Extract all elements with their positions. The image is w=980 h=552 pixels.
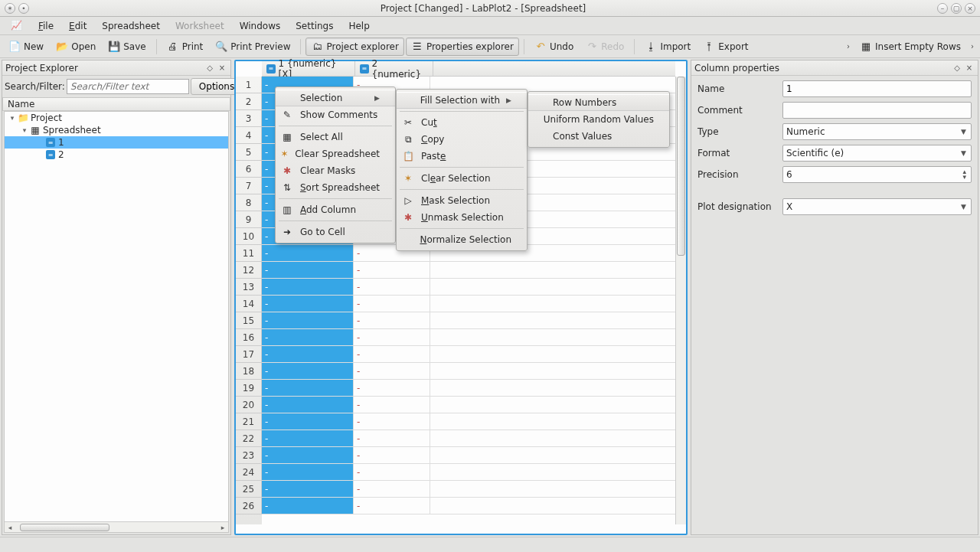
mi-unmask-selection[interactable]: ✱Unmask Selection bbox=[397, 209, 527, 226]
row-header[interactable]: 19 bbox=[236, 380, 262, 397]
prop-comment-input[interactable] bbox=[782, 102, 972, 119]
row-header[interactable]: 14 bbox=[236, 296, 262, 312]
prop-plot-select[interactable]: X▼ bbox=[782, 198, 972, 215]
row-header[interactable]: 12 bbox=[236, 262, 262, 279]
row-header[interactable]: 23 bbox=[236, 447, 262, 464]
app-icon[interactable]: 📈 bbox=[3, 18, 31, 34]
row-header[interactable]: 6 bbox=[236, 161, 262, 178]
maximize-button[interactable]: ▢ bbox=[951, 3, 962, 14]
row-header[interactable]: 11 bbox=[236, 245, 262, 262]
row-header[interactable]: 22 bbox=[236, 430, 262, 447]
table-row[interactable]: -- bbox=[262, 296, 675, 312]
export-button[interactable]: ⭱Export bbox=[697, 38, 753, 56]
row-header[interactable]: 16 bbox=[236, 329, 262, 346]
minimize-button[interactable]: – bbox=[937, 3, 948, 14]
search-filter-input[interactable] bbox=[67, 79, 189, 94]
table-row[interactable]: -- bbox=[262, 464, 675, 481]
undo-button[interactable]: ↶Undo bbox=[529, 38, 579, 56]
mi-sort-spreadsheet[interactable]: ⇅Sort Spreadsheet bbox=[276, 179, 395, 196]
row-header[interactable]: 24 bbox=[236, 464, 262, 481]
row-header[interactable]: 20 bbox=[236, 397, 262, 413]
project-tree[interactable]: ▾📁Project ▾▦Spreadsheet ≡1 ≡2 ◂▸ bbox=[4, 111, 229, 533]
row-header[interactable]: 1 bbox=[236, 77, 262, 93]
toolbar-overflow-icon[interactable]: › bbox=[844, 42, 853, 51]
row-header[interactable]: 13 bbox=[236, 279, 262, 296]
table-row[interactable]: -- bbox=[262, 413, 675, 430]
mi-row-numbers[interactable]: Row Numbers bbox=[528, 94, 669, 111]
mi-normalize[interactable]: Normalize Selection bbox=[397, 231, 527, 248]
mi-clear-masks[interactable]: ✱Clear Masks bbox=[276, 162, 395, 179]
tree-item-column-2[interactable]: ≡2 bbox=[5, 149, 228, 161]
mi-clear-spreadsheet[interactable]: ✶Clear Spreadsheet bbox=[276, 145, 395, 162]
menu-edit[interactable]: Edit bbox=[61, 18, 94, 34]
prop-format-select[interactable]: Scientific (e)▼ bbox=[782, 145, 972, 162]
table-row[interactable]: -- bbox=[262, 430, 675, 447]
mi-selection[interactable]: Selection▶ bbox=[276, 90, 395, 106]
menu-spreadsheet[interactable]: Spreadsheet bbox=[94, 18, 168, 34]
app-menu-icon[interactable]: ✶ bbox=[5, 3, 15, 14]
row-header[interactable]: 4 bbox=[236, 127, 262, 144]
table-row[interactable]: -- bbox=[262, 481, 675, 498]
mi-show-comments[interactable]: ✎Show Comments bbox=[276, 106, 395, 123]
row-header[interactable]: 3 bbox=[236, 110, 262, 127]
row-header[interactable]: 2 bbox=[236, 93, 262, 110]
dock-close-icon[interactable]: × bbox=[217, 63, 227, 73]
row-header[interactable]: 5 bbox=[236, 144, 262, 161]
row-header[interactable]: 18 bbox=[236, 363, 262, 380]
menu-file[interactable]: File bbox=[31, 18, 61, 34]
table-row[interactable]: -- bbox=[262, 329, 675, 346]
table-row[interactable]: -- bbox=[262, 262, 675, 279]
menu-settings[interactable]: Settings bbox=[288, 18, 341, 34]
save-button[interactable]: 💾Save bbox=[103, 38, 151, 56]
column-header-2[interactable]: ≡2 {numeric} bbox=[355, 61, 433, 76]
import-button[interactable]: ⭳Import bbox=[639, 38, 696, 56]
row-header[interactable]: 10 bbox=[236, 228, 262, 245]
project-explorer-toggle[interactable]: 🗂Project explorer bbox=[305, 38, 403, 56]
dock-float-icon[interactable]: ◇ bbox=[204, 63, 215, 73]
table-row[interactable]: -- bbox=[262, 279, 675, 296]
print-preview-button[interactable]: 🔍Print Preview bbox=[210, 38, 296, 56]
tree-item-column-1[interactable]: ≡1 bbox=[5, 136, 228, 149]
grid-vscrollbar[interactable] bbox=[675, 77, 686, 524]
row-header[interactable]: 9 bbox=[236, 211, 262, 228]
table-row[interactable]: -- bbox=[262, 498, 675, 514]
toolbar-overflow-icon-2[interactable]: › bbox=[968, 42, 977, 51]
row-header[interactable]: 8 bbox=[236, 194, 262, 211]
tree-header-name[interactable]: Name bbox=[2, 97, 230, 111]
column-header-1[interactable]: ≡1 {numeric} [X] bbox=[262, 61, 355, 76]
table-row[interactable]: -- bbox=[262, 312, 675, 329]
row-header[interactable]: 17 bbox=[236, 346, 262, 363]
print-button[interactable]: 🖨Print bbox=[162, 38, 209, 56]
menu-help[interactable]: Help bbox=[341, 18, 377, 34]
close-button[interactable]: × bbox=[965, 3, 975, 14]
table-row[interactable]: -- bbox=[262, 363, 675, 380]
table-row[interactable]: -- bbox=[262, 380, 675, 397]
mi-fill-selection[interactable]: Fill Selection with▶ bbox=[397, 92, 527, 109]
row-header[interactable]: 21 bbox=[236, 413, 262, 430]
mi-cut[interactable]: ✂Cut bbox=[397, 114, 527, 131]
table-row[interactable]: -- bbox=[262, 447, 675, 464]
row-header[interactable]: 15 bbox=[236, 312, 262, 329]
mi-go-to-cell[interactable]: ➜Go to Cell bbox=[276, 224, 395, 240]
mi-paste[interactable]: 📋Paste bbox=[397, 148, 527, 165]
dock-float-icon[interactable]: ◇ bbox=[952, 63, 962, 73]
mi-select-all[interactable]: ▦Select All bbox=[276, 129, 395, 145]
new-button[interactable]: 📄New bbox=[3, 38, 49, 56]
mi-const-values[interactable]: Const Values bbox=[528, 128, 669, 145]
properties-explorer-toggle[interactable]: ☰Properties explorer bbox=[406, 38, 519, 56]
dock-close-icon[interactable]: × bbox=[964, 63, 975, 73]
mi-add-column[interactable]: ▥Add Column bbox=[276, 201, 395, 218]
prop-name-input[interactable] bbox=[782, 80, 972, 97]
row-header[interactable]: 25 bbox=[236, 481, 262, 498]
pin-icon[interactable]: • bbox=[18, 3, 29, 14]
prop-type-select[interactable]: Numeric▼ bbox=[782, 123, 972, 140]
mi-copy[interactable]: ⧉Copy bbox=[397, 131, 527, 148]
menu-windows[interactable]: Windows bbox=[232, 18, 289, 34]
prop-precision-input[interactable]: 6▴▾ bbox=[782, 166, 972, 183]
mi-uniform-random[interactable]: Uniform Random Values bbox=[528, 111, 669, 128]
open-button[interactable]: 📂Open bbox=[51, 38, 101, 56]
mi-mask-selection[interactable]: ▷Mask Selection bbox=[397, 192, 527, 209]
row-header[interactable]: 26 bbox=[236, 498, 262, 514]
table-row[interactable]: -- bbox=[262, 346, 675, 363]
row-header[interactable]: 7 bbox=[236, 178, 262, 194]
